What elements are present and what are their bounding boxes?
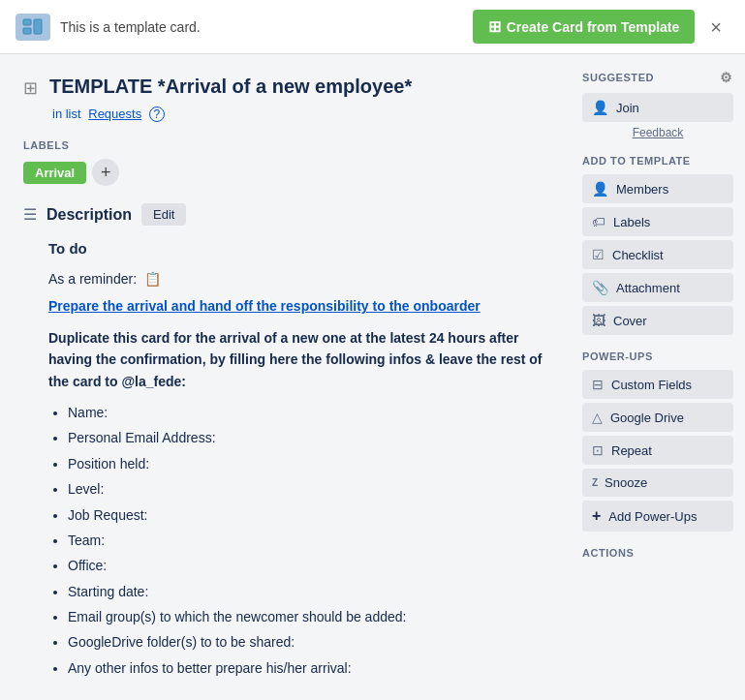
snooze-icon: Z: [592, 477, 597, 488]
list-item: Starting date:: [68, 581, 547, 602]
top-banner: This is a template card. ⊞ Create Card f…: [0, 0, 745, 54]
list-item: Job Request:: [68, 504, 547, 526]
labels-section: LABELS Arrival +: [23, 139, 547, 186]
add-label-button[interactable]: +: [92, 159, 119, 186]
card-type-icon: ⊞: [23, 77, 38, 99]
cover-button[interactable]: 🖼Cover: [582, 306, 733, 335]
add-to-template-section: ADD TO TEMPLATE 👤Members🏷Labels☑Checklis…: [582, 155, 733, 335]
actions-heading: ACTIONS: [582, 547, 733, 559]
svg-rect-2: [34, 19, 42, 34]
attachment-icon: 📎: [592, 280, 608, 295]
add-to-template-heading: ADD TO TEMPLATE: [582, 155, 733, 167]
svg-rect-0: [23, 19, 31, 25]
svg-rect-1: [23, 28, 31, 34]
list-item: Personal Email Address:: [68, 427, 547, 448]
list-item: Position held:: [68, 453, 547, 474]
modal-left: ⊞ TEMPLATE *Arrival of a new employee* i…: [0, 54, 571, 700]
join-button[interactable]: 👤 Join: [582, 93, 733, 122]
duplicate-instruction: Duplicate this card for the arrival of a…: [48, 327, 547, 392]
cover-icon: 🖼: [592, 313, 605, 328]
google-drive-icon: △: [592, 410, 603, 425]
join-icon: 👤: [592, 100, 608, 115]
modal: ⊞ TEMPLATE *Arrival of a new employee* i…: [0, 54, 745, 700]
list-item: Any other infos to better prepare his/he…: [68, 657, 547, 679]
description-section: ☰ Description Edit To do As a reminder: …: [23, 203, 547, 679]
reminder-link[interactable]: Prepare the arrival and hand off the res…: [48, 295, 481, 317]
custom-fields-icon: ⊟: [592, 377, 604, 392]
info-list: Name:Personal Email Address:Position hel…: [68, 402, 547, 679]
suggested-section: SUGGESTED ⚙ 👤 Join Feedback: [582, 70, 733, 139]
create-btn-label: Create Card from Template: [507, 19, 680, 35]
reminder-prefix: As a reminder:: [48, 268, 137, 289]
members-button[interactable]: 👤Members: [582, 174, 733, 203]
add-powerup-icon: +: [592, 507, 601, 525]
banner-right: ⊞ Create Card from Template ×: [473, 10, 729, 44]
edit-description-button[interactable]: Edit: [141, 203, 186, 226]
add-powerup-label: Add Power-Ups: [608, 509, 697, 524]
list-item: Level:: [68, 478, 547, 500]
list-item: Name:: [68, 402, 547, 423]
description-title: Description: [47, 206, 132, 224]
banner-left: This is a template card.: [16, 14, 201, 41]
google-drive-button[interactable]: △Google Drive: [582, 403, 733, 432]
repeat-button[interactable]: ⊡Repeat: [582, 436, 733, 465]
join-label: Join: [616, 101, 639, 115]
reminder-line: As a reminder: 📋 Prepare the arrival and…: [48, 268, 547, 318]
power-ups-section: POWER-UPS ⊟Custom Fields△Google Drive⊡Re…: [582, 350, 733, 532]
labels-icon: 🏷: [592, 214, 605, 229]
card-title-area: ⊞ TEMPLATE *Arrival of a new employee*: [23, 74, 547, 99]
close-button[interactable]: ×: [702, 14, 729, 41]
add-to-template-buttons: 👤Members🏷Labels☑Checklist📎Attachment🖼Cov…: [582, 174, 733, 335]
list-item: Team:: [68, 530, 547, 551]
list-item: Office:: [68, 555, 547, 576]
custom-fields-button[interactable]: ⊟Custom Fields: [582, 370, 733, 399]
suggested-heading: SUGGESTED ⚙: [582, 70, 733, 85]
attachment-button[interactable]: 📎Attachment: [582, 273, 733, 302]
labels-heading: LABELS: [23, 139, 547, 151]
checklist-button[interactable]: ☑Checklist: [582, 240, 733, 269]
add-power-ups-button[interactable]: + Add Power-Ups: [582, 501, 733, 532]
description-header: ☰ Description Edit: [23, 203, 547, 226]
repeat-icon: ⊡: [592, 442, 604, 458]
create-card-button[interactable]: ⊞ Create Card from Template: [473, 10, 696, 44]
card-subtitle: in list Requests ?: [52, 107, 547, 122]
help-icon[interactable]: ?: [149, 107, 165, 122]
power-ups-heading: POWER-UPS: [582, 350, 733, 362]
template-card-icon: [16, 14, 50, 41]
card-title: TEMPLATE *Arrival of a new employee*: [49, 74, 412, 99]
label-arrival[interactable]: Arrival: [23, 162, 86, 184]
modal-right: SUGGESTED ⚙ 👤 Join Feedback ADD TO TEMPL…: [571, 54, 745, 700]
power-ups-buttons: ⊟Custom Fields△Google Drive⊡RepeatZSnooz…: [582, 370, 733, 497]
todo-heading: To do: [48, 237, 547, 260]
list-link[interactable]: Requests: [88, 107, 141, 121]
list-item: GoogleDrive folder(s) to to be shared:: [68, 631, 547, 653]
feedback-link[interactable]: Feedback: [582, 126, 733, 139]
gear-icon[interactable]: ⚙: [720, 70, 733, 85]
labels-button[interactable]: 🏷Labels: [582, 207, 733, 236]
banner-text: This is a template card.: [60, 19, 201, 35]
members-icon: 👤: [592, 181, 608, 197]
checklist-icon: ☑: [592, 247, 605, 262]
reminder-emoji: 📋: [144, 268, 161, 289]
snooze-button[interactable]: ZSnooze: [582, 469, 733, 497]
create-icon: ⊞: [488, 17, 501, 36]
list-item: Email group(s) to which the newcomer sho…: [68, 606, 547, 627]
description-content: To do As a reminder: 📋 Prepare the arriv…: [48, 237, 547, 679]
description-icon: ☰: [23, 205, 37, 224]
actions-section: ACTIONS: [582, 547, 733, 559]
labels-row: Arrival +: [23, 159, 547, 186]
